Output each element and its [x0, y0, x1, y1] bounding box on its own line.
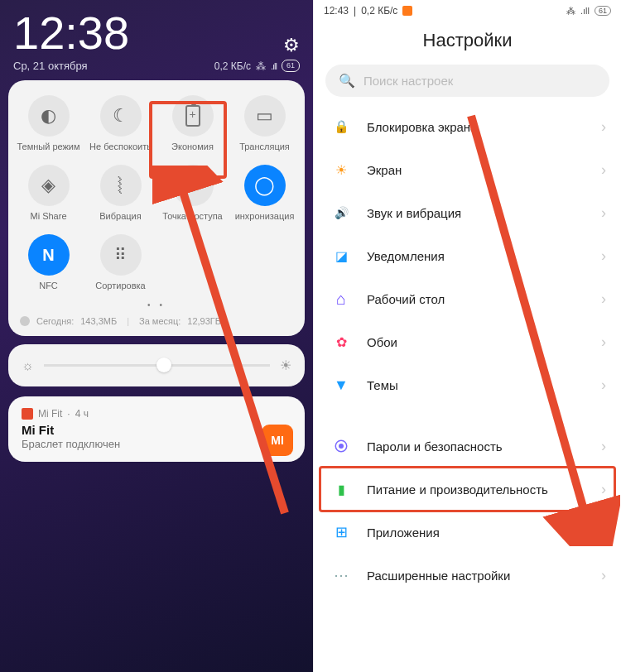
item-label: Экран	[367, 163, 585, 177]
tile-label: Mi Share	[30, 211, 66, 221]
dark-mode-icon	[41, 105, 56, 127]
item-home[interactable]: Рабочий стол›	[314, 277, 621, 320]
item-lock-screen[interactable]: Блокировка экрана›	[314, 105, 621, 148]
data-usage-row[interactable]: Сегодня: 143,3МБ | За месяц: 12,93ГБ	[20, 316, 293, 326]
search-input[interactable]: 🔍 Поиск настроек	[325, 65, 609, 97]
chevron-right-icon: ›	[601, 118, 606, 136]
tile-cast[interactable]: Трансляция	[229, 92, 300, 160]
battery-icon	[332, 480, 350, 498]
sync-icon	[254, 175, 275, 196]
brightness-knob[interactable]	[156, 358, 171, 372]
separator: |	[127, 316, 129, 326]
tile-label: Вибрация	[99, 211, 141, 221]
notification-title: Mi Fit	[22, 423, 291, 437]
tile-nfc[interactable]: NFC	[13, 231, 84, 299]
grid-icon	[114, 245, 127, 265]
item-wallpaper[interactable]: Обои›	[314, 320, 621, 363]
tile-sync[interactable]: инхронизация	[229, 161, 300, 229]
hotspot-icon	[185, 175, 200, 195]
shield-icon	[332, 437, 350, 455]
clock: 12:43	[324, 5, 349, 17]
settings-gear-icon[interactable]: ⚙	[283, 31, 300, 56]
item-notifications[interactable]: Уведомления›	[314, 234, 621, 277]
item-security[interactable]: Пароли и безопасность›	[314, 425, 621, 468]
app-icon	[22, 408, 33, 420]
item-label: Обои	[367, 335, 585, 349]
apps-icon	[332, 523, 350, 541]
sun-icon	[332, 161, 350, 179]
item-themes[interactable]: Темы›	[314, 363, 621, 406]
chevron-right-icon: ›	[601, 524, 606, 541]
status-bar: 12:43 | 0,2 КБ/с ⁂ .ıll 61	[314, 0, 621, 18]
status-icons: 0,2 КБ/с ⁂ .ıll 61	[214, 60, 300, 72]
notification-header: Mi Fit · 4 ч	[22, 408, 291, 420]
item-display[interactable]: Экран›	[314, 148, 621, 191]
signal-icon: .ıll	[271, 61, 277, 71]
tile-hotspot[interactable]: Точка доступа	[157, 161, 228, 229]
home-icon	[332, 290, 350, 308]
notification-card[interactable]: Mi Fit · 4 ч Mi Fit Браслет подключен MI	[8, 396, 305, 462]
list-gap	[314, 406, 621, 425]
tile-sort[interactable]: Сортировка	[85, 231, 156, 299]
network-speed: 0,2 КБ/с	[214, 60, 251, 72]
brightness-high-icon: ☀	[280, 358, 291, 373]
tile-battery-saver[interactable]: Экономия	[157, 92, 228, 160]
item-apps[interactable]: Приложения›	[314, 511, 621, 554]
cast-icon	[256, 105, 273, 127]
tiles-grid: Темный режим Не беспокоить Экономия Тран…	[13, 92, 300, 299]
item-advanced[interactable]: Расширенные настройки›	[314, 554, 621, 597]
tile-label: Экономия	[171, 142, 214, 151]
tile-label: Не беспокоить	[89, 142, 152, 151]
clock: 12:38	[13, 10, 129, 56]
search-placeholder: Поиск настроек	[363, 74, 453, 88]
sound-icon	[332, 204, 350, 222]
chevron-right-icon: ›	[601, 334, 606, 351]
brightness-track[interactable]	[44, 364, 270, 367]
chevron-right-icon: ›	[601, 204, 606, 222]
data-usage-icon	[20, 316, 30, 326]
sep: |	[354, 5, 356, 17]
tile-vibration[interactable]: Вибрация	[85, 161, 156, 229]
app-name: Mi Fit	[38, 408, 62, 420]
data-month-label: За месяц:	[139, 316, 181, 326]
chevron-right-icon: ›	[601, 161, 606, 179]
status-bar: 12:38 ⚙	[8, 7, 305, 56]
chevron-right-icon: ›	[601, 438, 606, 455]
lock-icon	[332, 118, 350, 136]
search-icon: 🔍	[339, 73, 355, 89]
date-label: Ср, 21 октября	[13, 60, 88, 72]
tile-label: Точка доступа	[162, 211, 222, 221]
chevron-right-icon: ›	[601, 290, 606, 308]
notification-badge: MI	[262, 425, 293, 456]
vibration-icon	[116, 175, 125, 196]
item-label: Рабочий стол	[367, 292, 585, 306]
notification-subtitle: Браслет подключен	[22, 438, 291, 450]
nfc-icon	[42, 246, 54, 265]
item-label: Приложения	[367, 526, 585, 540]
data-today-label: Сегодня:	[36, 316, 74, 326]
bluetooth-icon: ⁂	[566, 6, 575, 17]
share-icon	[41, 175, 55, 196]
tile-dark-mode[interactable]: Темный режим	[13, 92, 84, 160]
network-speed: 0,2 КБ/с	[361, 5, 397, 17]
settings-screen: 12:43 | 0,2 КБ/с ⁂ .ıll 61 Настройки 🔍 П…	[313, 0, 621, 672]
tile-label: Сортировка	[95, 281, 145, 290]
chevron-right-icon: ›	[601, 567, 606, 584]
brightness-slider[interactable]: ☼ ☀	[8, 344, 305, 386]
chevron-right-icon: ›	[601, 481, 606, 498]
page-title: Настройки	[314, 18, 621, 65]
page-indicator[interactable]: • •	[13, 299, 300, 314]
item-label: Питание и производительность	[367, 482, 585, 497]
item-power-performance[interactable]: Питание и производительность›	[314, 468, 621, 511]
bluetooth-icon: ⁂	[256, 60, 266, 72]
battery-saver-icon	[185, 105, 200, 127]
item-sound[interactable]: Звук и вибрация›	[314, 191, 621, 234]
chevron-right-icon: ›	[601, 247, 606, 265]
item-label: Расширенные настройки	[367, 569, 585, 583]
item-label: Звук и вибрация	[367, 206, 585, 220]
quick-settings-screen: 12:38 ⚙ Ср, 21 октября 0,2 КБ/с ⁂ .ıll 6…	[0, 0, 313, 672]
tile-dnd[interactable]: Не беспокоить	[85, 92, 156, 160]
tile-mi-share[interactable]: Mi Share	[13, 161, 84, 229]
tile-label: Трансляция	[239, 142, 290, 151]
quick-tiles-panel: Темный режим Не беспокоить Экономия Тран…	[8, 80, 305, 336]
